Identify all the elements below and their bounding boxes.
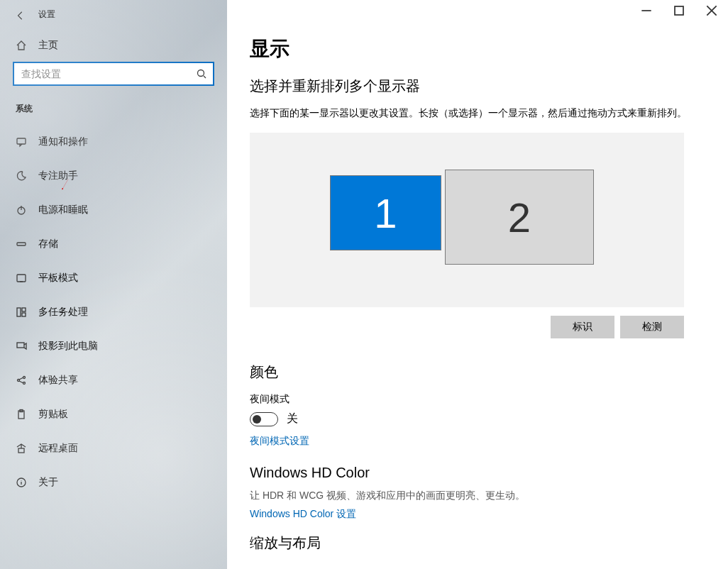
share-icon <box>16 375 27 386</box>
clipboard-icon <box>16 409 27 420</box>
search-icon <box>196 68 207 79</box>
svg-rect-14 <box>18 448 24 453</box>
night-label: 夜间模式 <box>250 393 705 406</box>
night-settings-link[interactable]: 夜间模式设置 <box>250 435 705 448</box>
message-icon <box>16 136 27 148</box>
svg-rect-16 <box>675 6 683 15</box>
svg-rect-5 <box>17 308 21 316</box>
window-title: 设置 <box>38 9 55 21</box>
display-1[interactable]: 1 <box>330 175 441 250</box>
home-icon <box>16 40 27 51</box>
sidebar-item-label: 通知和操作 <box>38 136 88 148</box>
multitask-icon <box>16 306 27 318</box>
sidebar-item-focus-assist[interactable]: 专注助手 <box>0 159 227 193</box>
sidebar-item-label: 多任务处理 <box>38 306 88 319</box>
sidebar-item-shared[interactable]: 体验共享 <box>0 363 227 397</box>
svg-rect-7 <box>22 313 26 316</box>
detect-button[interactable]: 检测 <box>620 316 684 338</box>
page-title: 显示 <box>250 35 705 62</box>
sidebar-item-label: 平板模式 <box>38 272 78 284</box>
power-icon <box>16 204 27 216</box>
storage-icon <box>16 238 27 250</box>
sidebar-item-about[interactable]: 关于 <box>0 465 227 499</box>
info-icon <box>16 477 27 488</box>
sidebar-item-storage[interactable]: 存储 <box>0 227 227 261</box>
sidebar-item-notifications[interactable]: 通知和操作 <box>0 125 227 159</box>
svg-rect-4 <box>17 275 26 282</box>
search-field[interactable] <box>20 67 196 80</box>
sidebar-item-clipboard[interactable]: 剪贴板 <box>0 397 227 431</box>
sidebar-item-label: 关于 <box>38 476 58 489</box>
svg-rect-1 <box>17 138 26 144</box>
sidebar-item-power[interactable]: 电源和睡眠 <box>0 193 227 227</box>
display-arrangement[interactable]: 1 2 <box>250 133 684 307</box>
search-input[interactable] <box>13 62 214 86</box>
sidebar-home[interactable]: 主页 <box>0 32 227 62</box>
sidebar-item-label: 体验共享 <box>38 374 78 387</box>
back-icon[interactable] <box>16 10 26 20</box>
identify-button[interactable]: 标识 <box>551 316 614 338</box>
home-label: 主页 <box>38 39 58 52</box>
hd-color-title: Windows HD Color <box>250 465 705 481</box>
sidebar-item-label: 专注助手 <box>38 170 78 182</box>
sidebar-item-tablet-mode[interactable]: 平板模式 <box>0 261 227 295</box>
minimize-button[interactable] <box>630 0 663 21</box>
color-heading: 颜色 <box>250 363 705 382</box>
sidebar-item-label: 剪贴板 <box>38 408 68 421</box>
settings-sidebar: 设置 主页 系统 通知和操作 专注助手 电源和睡眠 存储 <box>0 0 227 569</box>
sidebar-item-remote[interactable]: 远程桌面 <box>0 431 227 465</box>
svg-rect-6 <box>22 308 26 311</box>
sidebar-item-label: 存储 <box>38 238 58 250</box>
arrange-desc: 选择下面的某一显示器以更改其设置。长按（或选择）一个显示器，然后通过拖动方式来重… <box>250 107 705 120</box>
svg-point-0 <box>198 70 204 77</box>
hd-color-desc: 让 HDR 和 WCG 视频、游戏和应用中的画面更明亮、更生动。 <box>250 490 705 502</box>
svg-rect-3 <box>17 243 26 245</box>
content-pane: 显示 选择并重新排列多个显示器 选择下面的某一显示器以更改其设置。长按（或选择）… <box>227 0 728 569</box>
display-2[interactable]: 2 <box>445 170 594 265</box>
sidebar-nav: 通知和操作 专注助手 电源和睡眠 存储 平板模式 多任务处理 投影到此电脑 体 <box>0 125 227 499</box>
tablet-icon <box>16 272 27 284</box>
sidebar-item-label: 投影到此电脑 <box>38 340 98 353</box>
sidebar-category: 系统 <box>0 99 227 125</box>
moon-icon <box>16 170 27 182</box>
night-mode-toggle[interactable] <box>250 412 278 426</box>
sidebar-item-multitask[interactable]: 多任务处理 <box>0 295 227 329</box>
maximize-button[interactable] <box>663 0 695 21</box>
remote-icon <box>16 443 27 454</box>
svg-rect-8 <box>17 343 24 348</box>
sidebar-item-project[interactable]: 投影到此电脑 <box>0 329 227 363</box>
sidebar-item-label: 电源和睡眠 <box>38 204 88 216</box>
close-button[interactable] <box>695 0 728 21</box>
sidebar-item-label: 远程桌面 <box>38 442 78 455</box>
project-icon <box>16 341 27 352</box>
scale-heading: 缩放与布局 <box>250 534 705 553</box>
hd-color-link[interactable]: Windows HD Color 设置 <box>250 508 705 521</box>
night-state: 关 <box>287 411 298 426</box>
arrange-heading: 选择并重新排列多个显示器 <box>250 77 705 96</box>
